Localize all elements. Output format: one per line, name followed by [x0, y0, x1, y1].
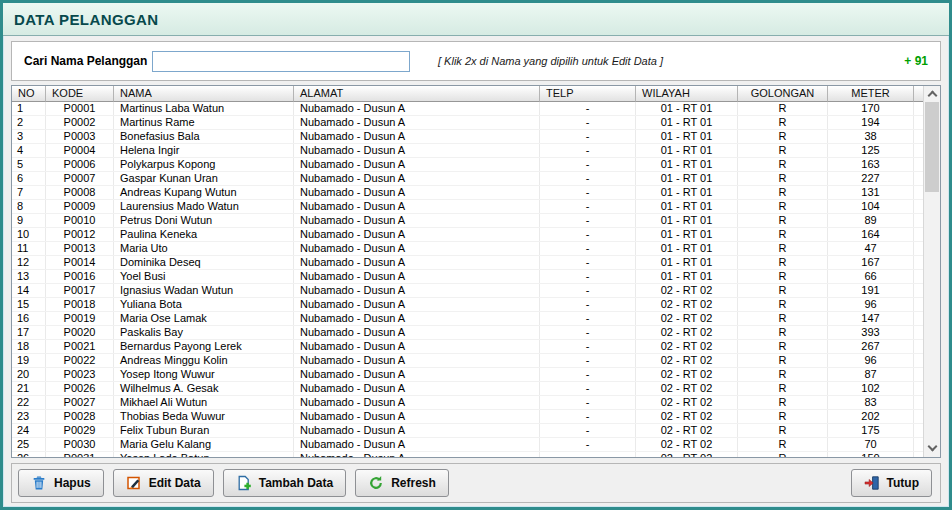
table-row[interactable]: 26 P0031 Yosep Lado Batun Nubamado - Dus… [12, 452, 940, 457]
cell-nama[interactable]: Paskalis Bay [114, 326, 294, 339]
cell-nama[interactable]: Martinus Laba Watun [114, 102, 294, 115]
cell-telp: - [540, 298, 636, 311]
cell-meter: 175 [828, 424, 914, 437]
cell-nama[interactable]: Yosep Itong Wuwur [114, 368, 294, 381]
cell-no: 23 [12, 410, 46, 423]
column-header-alamat[interactable]: ALAMAT [294, 86, 540, 102]
cell-meter: 202 [828, 410, 914, 423]
cell-nama[interactable]: Laurensius Mado Watun [114, 200, 294, 213]
cell-nama[interactable]: Maria Gelu Kalang [114, 438, 294, 451]
chevron-up-icon [927, 91, 937, 101]
column-header-nama[interactable]: NAMA [114, 86, 294, 102]
column-header-kode[interactable]: KODE [46, 86, 114, 102]
column-header-no[interactable]: NO [12, 86, 46, 102]
column-header-telp[interactable]: TELP [540, 86, 636, 102]
cell-kode: P0018 [46, 298, 114, 311]
cell-nama[interactable]: Paulina Keneka [114, 228, 294, 241]
cell-nama[interactable]: Petrus Doni Wutun [114, 214, 294, 227]
table-row[interactable]: 11 P0013 Maria Uto Nubamado - Dusun A - … [12, 242, 940, 256]
cell-wilayah: 02 - RT 02 [636, 298, 738, 311]
table-row[interactable]: 17 P0020 Paskalis Bay Nubamado - Dusun A… [12, 326, 940, 340]
refresh-button[interactable]: Refresh [355, 469, 449, 497]
cell-nama[interactable]: Martinus Rame [114, 116, 294, 129]
cell-kode: P0029 [46, 424, 114, 437]
cell-nama[interactable]: Felix Tubun Buran [114, 424, 294, 437]
cell-golongan: R [738, 368, 828, 381]
cell-wilayah: 02 - RT 02 [636, 340, 738, 353]
button-bar: Hapus Edit Data Tambah Data Refresh [11, 463, 941, 503]
cell-telp: - [540, 130, 636, 143]
table-row[interactable]: 25 P0030 Maria Gelu Kalang Nubamado - Du… [12, 438, 940, 452]
cell-alamat: Nubamado - Dusun A [294, 424, 540, 437]
cell-nama[interactable]: Polykarpus Kopong [114, 158, 294, 171]
cell-kode: P0002 [46, 116, 114, 129]
table-row[interactable]: 20 P0023 Yosep Itong Wuwur Nubamado - Du… [12, 368, 940, 382]
table-row[interactable]: 1 P0001 Martinus Laba Watun Nubamado - D… [12, 102, 940, 116]
tambah-data-button[interactable]: Tambah Data [223, 469, 346, 497]
table-row[interactable]: 23 P0028 Thobias Beda Wuwur Nubamado - D… [12, 410, 940, 424]
cell-no: 4 [12, 144, 46, 157]
table-row[interactable]: 2 P0002 Martinus Rame Nubamado - Dusun A… [12, 116, 940, 130]
table-row[interactable]: 16 P0019 Maria Ose Lamak Nubamado - Dusu… [12, 312, 940, 326]
cell-no: 3 [12, 130, 46, 143]
column-header-wilayah[interactable]: WILAYAH [636, 86, 738, 102]
cell-nama[interactable]: Yuliana Bota [114, 298, 294, 311]
cell-golongan: R [738, 298, 828, 311]
scroll-up-button[interactable] [924, 86, 940, 102]
cell-kode: P0013 [46, 242, 114, 255]
cell-nama[interactable]: Maria Ose Lamak [114, 312, 294, 325]
cell-nama[interactable]: Mikhael Ali Wutun [114, 396, 294, 409]
table-row[interactable]: 6 P0007 Gaspar Kunan Uran Nubamado - Dus… [12, 172, 940, 186]
column-header-meter[interactable]: METER [828, 86, 914, 102]
cell-meter: 150 [828, 452, 914, 457]
table-row[interactable]: 18 P0021 Bernardus Payong Lerek Nubamado… [12, 340, 940, 354]
table-row[interactable]: 3 P0003 Bonefasius Bala Nubamado - Dusun… [12, 130, 940, 144]
table-row[interactable]: 9 P0010 Petrus Doni Wutun Nubamado - Dus… [12, 214, 940, 228]
search-input[interactable] [152, 51, 410, 72]
table-row[interactable]: 21 P0026 Wilhelmus A. Gesak Nubamado - D… [12, 382, 940, 396]
tutup-button[interactable]: Tutup [851, 469, 932, 497]
table-row[interactable]: 24 P0029 Felix Tubun Buran Nubamado - Du… [12, 424, 940, 438]
cell-nama[interactable]: Yoel Busi [114, 270, 294, 283]
table-row[interactable]: 8 P0009 Laurensius Mado Watun Nubamado -… [12, 200, 940, 214]
table-row[interactable]: 5 P0006 Polykarpus Kopong Nubamado - Dus… [12, 158, 940, 172]
page-title: DATA PELANGGAN [14, 11, 158, 28]
cell-nama[interactable]: Wilhelmus A. Gesak [114, 382, 294, 395]
cell-nama[interactable]: Yosep Lado Batun [114, 452, 294, 457]
cell-golongan: R [738, 214, 828, 227]
cell-golongan: R [738, 116, 828, 129]
scroll-down-button[interactable] [924, 441, 940, 457]
cell-golongan: R [738, 172, 828, 185]
cell-nama[interactable]: Thobias Beda Wuwur [114, 410, 294, 423]
table-row[interactable]: 4 P0004 Helena Ingir Nubamado - Dusun A … [12, 144, 940, 158]
cell-nama[interactable]: Ignasius Wadan Wutun [114, 284, 294, 297]
cell-wilayah: 02 - RT 02 [636, 326, 738, 339]
cell-wilayah: 01 - RT 01 [636, 186, 738, 199]
cell-nama[interactable]: Andreas Minggu Kolin [114, 354, 294, 367]
table-row[interactable]: 7 P0008 Andreas Kupang Wutun Nubamado - … [12, 186, 940, 200]
cell-nama[interactable]: Helena Ingir [114, 144, 294, 157]
vertical-scrollbar[interactable] [923, 86, 940, 457]
cell-nama[interactable]: Bernardus Payong Lerek [114, 340, 294, 353]
table-row[interactable]: 15 P0018 Yuliana Bota Nubamado - Dusun A… [12, 298, 940, 312]
edit-icon [126, 475, 142, 491]
scrollbar-thumb[interactable] [925, 102, 939, 192]
table-row[interactable]: 10 P0012 Paulina Keneka Nubamado - Dusun… [12, 228, 940, 242]
table-row[interactable]: 14 P0017 Ignasius Wadan Wutun Nubamado -… [12, 284, 940, 298]
cell-nama[interactable]: Maria Uto [114, 242, 294, 255]
cell-wilayah: 01 - RT 01 [636, 214, 738, 227]
cell-nama[interactable]: Dominika Deseq [114, 256, 294, 269]
edit-data-button[interactable]: Edit Data [113, 469, 214, 497]
table-row[interactable]: 12 P0014 Dominika Deseq Nubamado - Dusun… [12, 256, 940, 270]
cell-alamat: Nubamado - Dusun A [294, 172, 540, 185]
cell-nama[interactable]: Gaspar Kunan Uran [114, 172, 294, 185]
table-row[interactable]: 13 P0016 Yoel Busi Nubamado - Dusun A - … [12, 270, 940, 284]
table-row[interactable]: 22 P0027 Mikhael Ali Wutun Nubamado - Du… [12, 396, 940, 410]
cell-no: 25 [12, 438, 46, 451]
hapus-button[interactable]: Hapus [18, 469, 104, 497]
table-row[interactable]: 19 P0022 Andreas Minggu Kolin Nubamado -… [12, 354, 940, 368]
cell-nama[interactable]: Andreas Kupang Wutun [114, 186, 294, 199]
cell-no: 22 [12, 396, 46, 409]
column-header-golongan[interactable]: GOLONGAN [738, 86, 828, 102]
cell-nama[interactable]: Bonefasius Bala [114, 130, 294, 143]
